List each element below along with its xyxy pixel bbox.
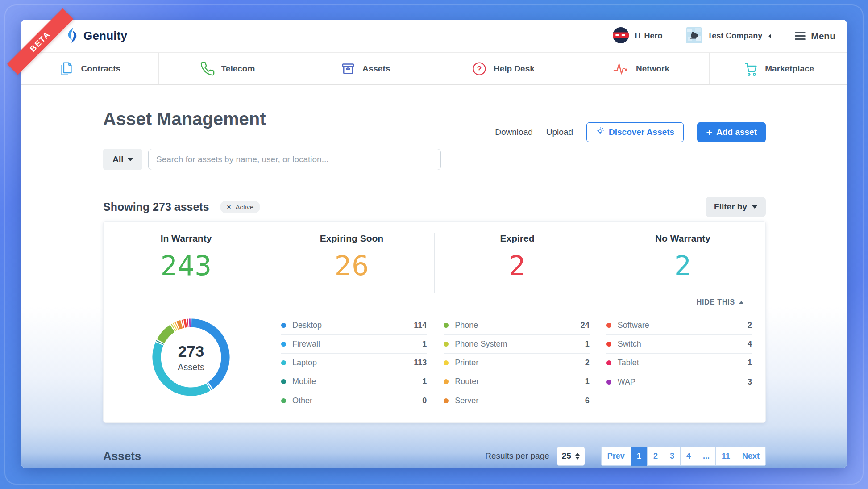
nav-tab-label: Marketplace: [765, 64, 814, 74]
marketplace-icon: [743, 61, 759, 77]
legend-item-server[interactable]: Server6: [444, 391, 589, 410]
page-actions: Download Upload Discover Assets + Add as…: [495, 122, 766, 142]
legend-item-name: Mobile: [292, 377, 316, 386]
legend-item-printer[interactable]: Printer2: [444, 354, 589, 372]
page-button-next[interactable]: Next: [736, 447, 766, 466]
stat-expired: Expired2: [435, 233, 600, 293]
chevron-down-icon: [128, 158, 133, 161]
hide-this-toggle[interactable]: HIDE THIS: [697, 298, 744, 306]
legend-column: Software2Switch4Tablet1WAP3: [606, 316, 752, 410]
legend-item-mobile[interactable]: Mobile1: [281, 372, 427, 391]
page-button-1[interactable]: 1: [631, 447, 648, 466]
legend-item-value: 1: [585, 377, 590, 386]
legend-item-value: 1: [748, 358, 752, 368]
nav-tab-network[interactable]: Network: [572, 53, 710, 84]
legend-item-name: Router: [455, 377, 479, 386]
nav-tab-marketplace[interactable]: Marketplace: [710, 53, 847, 84]
filter-by-button[interactable]: Filter by: [706, 197, 766, 217]
legend-item-firewall[interactable]: Firewall1: [281, 335, 427, 354]
legend-item-router[interactable]: Router1: [444, 372, 589, 391]
legend-item-phone[interactable]: Phone24: [444, 316, 589, 335]
donut-sublabel: Assets: [178, 362, 204, 372]
stat-label: Expiring Soon: [269, 233, 434, 244]
nav-tab-label: Network: [636, 64, 669, 74]
page-button-2[interactable]: 2: [647, 447, 664, 466]
remove-filter-icon[interactable]: ✕: [227, 204, 232, 210]
nav-tab-telecom[interactable]: Telecom: [159, 53, 297, 84]
legend-item-name: Desktop: [292, 321, 322, 330]
legend-item-desktop[interactable]: Desktop114: [281, 316, 427, 335]
assets-list-header: Assets Results per page 25 Prev1234...11…: [103, 446, 766, 466]
legend-item-phone-system[interactable]: Phone System1: [444, 335, 589, 354]
results-summary-row: Showing 273 assets ✕ Active Filter by: [103, 196, 766, 217]
stat-label: Expired: [435, 233, 600, 244]
assets-section-title: Assets: [103, 449, 141, 463]
nav-tab-help-desk[interactable]: ?Help Desk: [434, 53, 572, 84]
legend-item-other[interactable]: Other0: [281, 391, 427, 410]
nav-tab-assets[interactable]: Assets: [296, 53, 434, 84]
legend-item-tablet[interactable]: Tablet1: [606, 354, 752, 372]
legend-item-value: 114: [414, 321, 427, 330]
page-button--[interactable]: ...: [697, 447, 716, 466]
donut-total: 273: [178, 343, 204, 360]
brand[interactable]: Genuity: [66, 28, 127, 45]
stat-value: 243: [104, 250, 269, 281]
download-button[interactable]: Download: [495, 127, 533, 137]
lightbulb-icon: [596, 127, 605, 138]
nav-tab-contracts[interactable]: Contracts: [21, 53, 159, 84]
legend-item-name: Other: [292, 396, 312, 405]
legend-item-name: Software: [618, 321, 649, 330]
search-scope-select[interactable]: All: [103, 149, 142, 170]
legend-dot-icon: [281, 342, 286, 347]
legend-item-name: Printer: [455, 358, 478, 368]
stat-value: 26: [269, 250, 434, 281]
upload-button[interactable]: Upload: [546, 127, 573, 137]
company-caret-icon: [768, 34, 771, 38]
active-filter-chip[interactable]: ✕ Active: [220, 201, 261, 213]
nav-tab-label: Help Desk: [494, 64, 535, 74]
help-desk-icon: ?: [471, 61, 487, 77]
user-menu[interactable]: IT Hero: [601, 20, 674, 52]
legend-item-value: 1: [422, 377, 427, 386]
legend-item-value: 6: [585, 396, 590, 405]
legend-dot-icon: [444, 323, 449, 328]
warranty-stats: In Warranty243Expiring Soon26Expired2No …: [104, 222, 765, 293]
page-button-11[interactable]: 11: [715, 447, 736, 466]
asset-donut-chart: 273 Assets: [148, 314, 234, 400]
legend-item-name: Phone: [455, 321, 478, 330]
plus-icon: +: [706, 127, 712, 138]
nav-tab-label: Contracts: [81, 64, 120, 74]
filter-by-label: Filter by: [714, 202, 747, 212]
page-button-4[interactable]: 4: [680, 447, 697, 466]
legend-dot-icon: [606, 342, 611, 347]
legend-dot-icon: [281, 360, 286, 365]
menu-button[interactable]: Menu: [783, 20, 847, 52]
legend-item-name: Laptop: [292, 358, 317, 368]
legend-item-value: 4: [748, 339, 752, 349]
legend-item-laptop[interactable]: Laptop113: [281, 354, 427, 372]
legend-column: Phone24Phone System1Printer2Router1Serve…: [444, 316, 589, 410]
company-menu[interactable]: Test Company: [674, 20, 783, 52]
per-page-select[interactable]: 25: [557, 447, 585, 466]
legend-item-value: 2: [585, 358, 590, 368]
discover-assets-button[interactable]: Discover Assets: [586, 122, 684, 142]
nav-tab-label: Assets: [362, 64, 390, 74]
legend-item-name: Phone System: [455, 339, 507, 349]
stat-label: In Warranty: [104, 233, 269, 244]
legend-dot-icon: [281, 379, 286, 384]
page-button-prev[interactable]: Prev: [601, 447, 631, 466]
legend-item-switch[interactable]: Switch4: [606, 335, 752, 354]
legend-dot-icon: [281, 398, 286, 403]
results-per-page-label: Results per page: [485, 451, 549, 461]
nav-tabs: ContractsTelecomAssets?Help DeskNetworkM…: [21, 53, 847, 85]
add-asset-button[interactable]: + Add asset: [697, 122, 766, 142]
legend-item-software[interactable]: Software2: [606, 316, 752, 335]
legend-item-wap[interactable]: WAP3: [606, 372, 752, 391]
search-row: All: [103, 149, 441, 170]
search-input[interactable]: [148, 149, 441, 170]
page-button-3[interactable]: 3: [664, 447, 681, 466]
hide-this-label: HIDE THIS: [697, 298, 735, 306]
legend-dot-icon: [606, 323, 611, 328]
menu-label: Menu: [811, 31, 835, 42]
app-header: Genuity IT Hero: [21, 20, 847, 53]
